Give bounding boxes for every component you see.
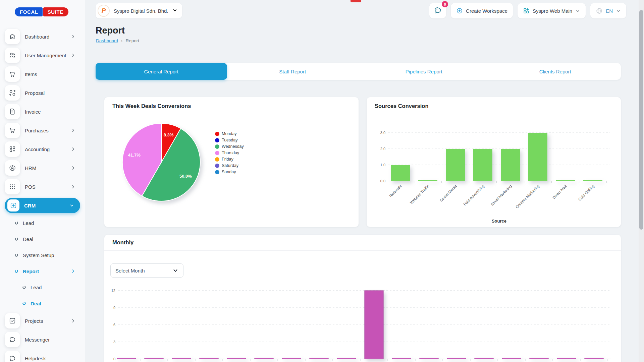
sidebar-item-accounting[interactable]: Accounting xyxy=(5,141,80,157)
tab-clients-report[interactable]: Clients Report xyxy=(490,63,621,80)
pos-icon xyxy=(5,179,20,194)
sources-conversion-card: Sources Conversion 0.01.02.03.0Referrals… xyxy=(367,97,621,227)
week-deals-card-title: This Week Deals Conversions xyxy=(112,103,191,109)
sidebar-item-label: Purchases xyxy=(25,128,49,133)
workspace-selector[interactable]: Syspro Web Main xyxy=(518,3,586,18)
invoice-icon xyxy=(5,104,20,119)
sidebar-item-label: Proposal xyxy=(25,90,45,96)
breadcrumb-separator: › xyxy=(121,38,123,43)
tab-staff-report[interactable]: Staff Report xyxy=(227,63,359,80)
legend-dot xyxy=(215,132,219,136)
sidebar-item-invoice[interactable]: Invoice xyxy=(5,104,80,119)
sources-card-header: Sources Conversion xyxy=(367,97,621,115)
sidebar-subitem-lead[interactable]: Lead xyxy=(5,217,80,229)
language-selector[interactable]: EN xyxy=(590,3,626,18)
sidebar-item-pos[interactable]: POS xyxy=(5,179,80,194)
messages-button[interactable]: 0 xyxy=(429,3,446,18)
top-red-marker xyxy=(351,0,361,2)
sidebar-item-label: Accounting xyxy=(25,146,50,152)
sidebar-item-purchases[interactable]: Purchases xyxy=(5,123,80,138)
sidebar-item-label: Invoice xyxy=(25,109,41,115)
sidebar-subsubitem-deal[interactable]: Deal xyxy=(5,297,80,310)
legend-item-tuesday: Tuesday xyxy=(215,138,244,142)
breadcrumb-dashboard-link[interactable]: Dashboard xyxy=(96,38,118,43)
svg-text:Website Traffic: Website Traffic xyxy=(409,184,430,205)
main-content: Report Dashboard › Report General Report… xyxy=(96,23,621,362)
tab-general-report[interactable]: General Report xyxy=(96,63,227,80)
crm-icon xyxy=(7,199,19,212)
svg-text:3: 3 xyxy=(113,340,115,344)
bullet-icon xyxy=(14,221,18,225)
chevron-down-icon xyxy=(69,203,74,208)
month-select-value: Select Month xyxy=(115,268,145,274)
tab-pipelines-report[interactable]: Pipelines Report xyxy=(358,63,490,80)
sidebar-item-helpdesk[interactable]: Helpdesk xyxy=(5,351,80,362)
company-selector[interactable]: P Syspro Digital Sdn. Bhd. xyxy=(96,3,182,18)
legend-label: Sunday xyxy=(222,170,236,174)
chevron-down-icon xyxy=(575,8,580,13)
monthly-card-title: Monthly xyxy=(112,239,133,246)
legend-label: Saturday xyxy=(222,163,238,168)
breadcrumb-current: Report xyxy=(126,38,140,43)
week-deals-card: This Week Deals Conversions 8.3%50.0%41.… xyxy=(104,97,359,227)
svg-text:Referrals: Referrals xyxy=(388,184,402,198)
sidebar-item-projects[interactable]: Projects xyxy=(5,313,80,328)
sidebar-item-proposal[interactable]: Proposal xyxy=(5,85,80,101)
sidebar-item-crm[interactable]: CRM xyxy=(5,198,80,213)
svg-text:8.3%: 8.3% xyxy=(164,132,174,137)
pie-legend: MondayTuesdayWednesdayThursdayFridaySatu… xyxy=(215,131,244,174)
sidebar-subsubitem-lead[interactable]: Lead xyxy=(5,281,80,294)
legend-item-thursday: Thursday xyxy=(215,150,244,155)
scrollbar-thumb[interactable] xyxy=(639,10,643,230)
messenger-icon xyxy=(5,332,20,347)
page-title: Report xyxy=(96,25,125,36)
sources-bar-chart: 0.01.02.03.0ReferralsWebsite TrafficSoci… xyxy=(367,115,621,228)
sidebar-item-label: Report xyxy=(23,268,39,274)
sidebar-subitem-deal[interactable]: Deal xyxy=(5,233,80,245)
chevron-right-icon xyxy=(71,166,75,170)
home-icon xyxy=(5,29,20,44)
globe-icon xyxy=(596,7,603,14)
create-workspace-button[interactable]: Create Workspace xyxy=(451,3,513,18)
legend-label: Tuesday xyxy=(222,138,237,142)
week-deals-pie-chart: 8.3%50.0%41.7% xyxy=(112,116,210,212)
svg-text:Source: Source xyxy=(492,219,506,224)
sidebar-item-items[interactable]: Items xyxy=(5,66,80,82)
focal-suite-logo[interactable]: FOCAL SUITE xyxy=(15,7,85,16)
users-icon xyxy=(5,48,20,63)
accounting-icon xyxy=(5,141,20,157)
sidebar-item-label: POS xyxy=(25,184,36,190)
topbar-actions: 0 Create Workspace Syspro Web Main EN xyxy=(429,3,626,18)
sidebar-item-label: Helpdesk xyxy=(25,356,46,361)
sidebar-item-hrm[interactable]: HRM xyxy=(5,160,80,176)
chevron-right-icon xyxy=(71,128,75,133)
language-code: EN xyxy=(606,8,613,14)
legend-label: Thursday xyxy=(222,150,239,155)
sidebar-subitem-report[interactable]: Report xyxy=(5,265,80,278)
sidebar-item-label: HRM xyxy=(25,165,36,171)
svg-text:50.0%: 50.0% xyxy=(179,174,192,179)
bullet-icon xyxy=(14,237,18,241)
svg-text:Content Marketing: Content Marketing xyxy=(515,184,540,209)
sidebar-subitem-system-setup[interactable]: System Setup xyxy=(5,249,80,261)
legend-label: Wednesday xyxy=(222,144,244,149)
bullet-icon xyxy=(22,285,26,289)
legend-dot xyxy=(215,170,219,174)
svg-text:Direct Mail: Direct Mail xyxy=(552,184,568,200)
legend-item-wednesday: Wednesday xyxy=(215,144,244,149)
svg-text:6: 6 xyxy=(113,323,115,327)
app-root: FOCAL SUITE DashboardUser ManagementItem… xyxy=(0,0,644,362)
logo-focal-text: FOCAL xyxy=(15,7,43,16)
projects-icon xyxy=(5,313,20,328)
proposal-icon xyxy=(5,85,20,101)
scrollbar[interactable] xyxy=(639,0,644,362)
sidebar-item-user-management[interactable]: User Management xyxy=(5,48,80,63)
cart-icon xyxy=(5,66,20,82)
sidebar-item-messenger[interactable]: Messenger xyxy=(5,332,80,347)
monthly-bar-chart: 036912 xyxy=(108,284,621,362)
month-select[interactable]: Select Month xyxy=(110,263,183,278)
sidebar-item-dashboard[interactable]: Dashboard xyxy=(5,29,80,44)
legend-dot xyxy=(215,151,219,155)
svg-text:9: 9 xyxy=(113,306,115,310)
svg-text:Email Marketing: Email Marketing xyxy=(490,184,513,206)
